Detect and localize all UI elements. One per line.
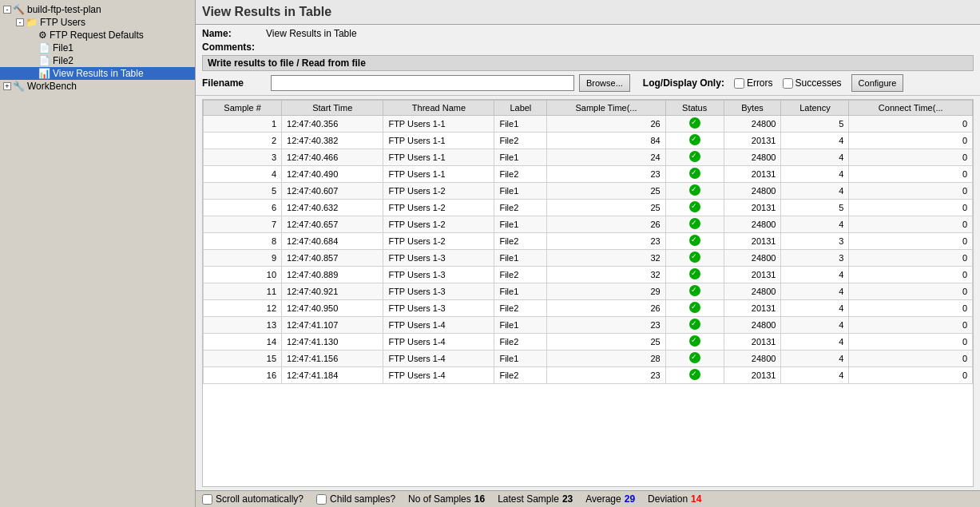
cell-1: 12:47:40.657 [282,216,383,233]
expand-icon-workbench[interactable]: + [3,82,11,90]
status-ok-icon [689,151,700,162]
cell-7: 5 [781,116,849,133]
cell-4: 26 [547,300,665,317]
cell-0: 2 [204,133,282,149]
cell-7: 4 [781,317,849,334]
cell-0: 14 [204,334,282,351]
filename-input[interactable] [271,75,574,91]
cell-3: File2 [494,133,547,149]
cell-7: 3 [781,233,849,250]
cell-8: 0 [849,283,973,300]
cell-0: 4 [204,166,282,183]
child-samples-checkbox[interactable] [316,494,327,505]
expand-icon-build-ftp-test-plan[interactable]: - [3,6,11,14]
cell-4: 23 [547,166,665,183]
cell-6: 24800 [724,317,781,334]
scroll-auto-checkbox[interactable] [202,494,212,505]
cell-1: 12:47:40.607 [282,183,383,200]
gear-icon: ⚙ [38,30,47,41]
cell-3: File1 [494,250,547,267]
cell-7: 4 [781,300,849,317]
status-ok-icon [689,285,700,296]
cell-3: File1 [494,183,547,200]
sidebar-item-label-build-ftp-test-plan: build-ftp-test-plan [27,4,101,15]
sidebar-item-build-ftp-test-plan[interactable]: -🔨build-ftp-test-plan [0,3,195,16]
successes-checkbox[interactable] [783,78,793,89]
cell-8: 0 [849,200,973,216]
cell-3: File2 [494,166,547,183]
cell-2: FTP Users 1-4 [383,367,494,384]
table-header-row: Sample #Start TimeThread NameLabelSample… [204,101,973,116]
cell-2: FTP Users 1-2 [383,216,494,233]
log-display-label: Log/Display Only: [643,77,724,89]
table-row: 112:47:40.356FTP Users 1-1File1262480050 [204,116,973,133]
sidebar-item-ftp-users[interactable]: -📁FTP Users [0,16,195,29]
cell-2: FTP Users 1-2 [383,233,494,250]
table-row: 1012:47:40.889FTP Users 1-3File232201314… [204,267,973,283]
status-ok-icon [689,369,700,380]
sidebar-item-workbench[interactable]: +🔧WorkBench [0,80,195,93]
errors-label: Errors [747,77,773,89]
workbench-icon: 🔧 [13,81,25,92]
cell-1: 12:47:41.184 [282,367,383,384]
configure-button[interactable]: Configure [851,74,904,92]
cell-2: FTP Users 1-2 [383,183,494,200]
checkbox-group: Errors Successes Configure [734,74,903,92]
status-ok-icon [689,168,700,179]
cell-7: 4 [781,334,849,351]
cell-2: FTP Users 1-4 [383,334,494,351]
status-ok-icon [689,252,700,263]
col-header-label: Label [494,101,547,116]
cell-7: 4 [781,351,849,367]
cell-6: 20131 [724,300,781,317]
errors-checkbox[interactable] [734,78,744,89]
cell-6: 24800 [724,283,781,300]
table-row: 212:47:40.382FTP Users 1-1File2842013140 [204,133,973,149]
cell-6: 24800 [724,116,781,133]
cell-6: 24800 [724,351,781,367]
errors-checkbox-label[interactable]: Errors [734,77,773,89]
table-row: 312:47:40.466FTP Users 1-1File1242480040 [204,149,973,166]
cell-7: 4 [781,367,849,384]
table-row: 612:47:40.632FTP Users 1-2File2252013150 [204,200,973,216]
sidebar-item-view-results-table[interactable]: 📊View Results in Table [0,67,195,80]
sidebar: -🔨build-ftp-test-plan-📁FTP Users⚙FTP Req… [0,0,196,507]
scroll-auto-item: Scroll automatically? [202,493,304,505]
cell-7: 4 [781,216,849,233]
table-row: 1312:47:41.107FTP Users 1-4File123248004… [204,317,973,334]
status-ok-icon [689,335,700,347]
cell-0: 5 [204,183,282,200]
cell-2: FTP Users 1-1 [383,166,494,183]
cell-3: File1 [494,216,547,233]
expand-icon-ftp-users[interactable]: - [16,18,24,26]
table-row: 1612:47:41.184FTP Users 1-4File223201314… [204,367,973,384]
cell-6: 24800 [724,183,781,200]
cell-6: 20131 [724,334,781,351]
average-label: Average [585,493,621,505]
sidebar-item-file2[interactable]: 📄File2 [0,54,195,67]
cell-1: 12:47:40.356 [282,116,383,133]
no-of-samples-item: No of Samples 16 [408,493,485,505]
sidebar-item-ftp-request-defaults[interactable]: ⚙FTP Request Defaults [0,29,195,42]
table-row: 1412:47:41.130FTP Users 1-4File225201314… [204,334,973,351]
cell-3: File2 [494,267,547,283]
cell-0: 1 [204,116,282,133]
cell-1: 12:47:41.107 [282,317,383,334]
table-body: 112:47:40.356FTP Users 1-1File1262480050… [204,116,973,384]
cell-8: 0 [849,351,973,367]
browse-button[interactable]: Browse... [579,74,630,92]
cell-8: 0 [849,317,973,334]
form-area: Name: View Results in Table Comments: Wr… [196,25,980,96]
child-samples-item: Child samples? [316,493,395,505]
sidebar-item-file1[interactable]: 📄File1 [0,42,195,54]
cell-4: 25 [547,183,665,200]
filename-label: Filename [202,77,266,89]
successes-checkbox-label[interactable]: Successes [783,77,842,89]
file-icon: 📄 [38,42,50,53]
name-value: View Results in Table [266,28,357,39]
cell-1: 12:47:40.632 [282,200,383,216]
cell-3: File1 [494,351,547,367]
cell-4: 32 [547,267,665,283]
cell-3: File2 [494,334,547,351]
cell-4: 26 [547,216,665,233]
